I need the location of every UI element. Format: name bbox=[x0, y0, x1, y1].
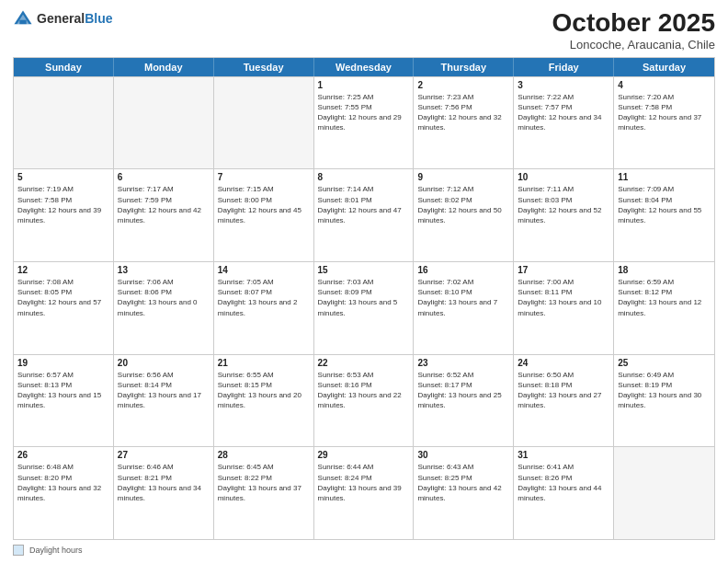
table-row: 5Sunrise: 7:19 AMSunset: 7:58 PMDaylight… bbox=[14, 169, 114, 261]
day-number: 6 bbox=[118, 172, 210, 182]
calendar-row-4: 19Sunrise: 6:57 AMSunset: 8:13 PMDayligh… bbox=[14, 354, 714, 447]
table-row: 21Sunrise: 6:55 AMSunset: 8:15 PMDayligh… bbox=[214, 355, 314, 447]
table-row: 23Sunrise: 6:52 AMSunset: 8:17 PMDayligh… bbox=[414, 355, 514, 447]
svg-rect-2 bbox=[19, 20, 26, 24]
day-number: 29 bbox=[318, 450, 410, 460]
day-info: Sunrise: 7:06 AMSunset: 8:06 PMDaylight:… bbox=[118, 277, 210, 318]
table-row: 19Sunrise: 6:57 AMSunset: 8:13 PMDayligh… bbox=[14, 355, 114, 447]
day-number: 7 bbox=[218, 172, 310, 182]
header-cell-friday: Friday bbox=[514, 58, 614, 76]
header-cell-tuesday: Tuesday bbox=[214, 58, 314, 76]
day-info: Sunrise: 7:00 AMSunset: 8:11 PMDaylight:… bbox=[518, 277, 609, 318]
calendar-header: SundayMondayTuesdayWednesdayThursdayFrid… bbox=[14, 58, 714, 76]
day-info: Sunrise: 7:02 AMSunset: 8:10 PMDaylight:… bbox=[417, 277, 509, 318]
table-row bbox=[114, 77, 214, 169]
day-number: 2 bbox=[417, 80, 509, 90]
logo-text: GeneralBlue bbox=[37, 12, 112, 26]
table-row: 3Sunrise: 7:22 AMSunset: 7:57 PMDaylight… bbox=[514, 77, 614, 169]
header-cell-saturday: Saturday bbox=[614, 58, 714, 76]
day-info: Sunrise: 6:45 AMSunset: 8:22 PMDaylight:… bbox=[218, 462, 310, 503]
table-row: 27Sunrise: 6:46 AMSunset: 8:21 PMDayligh… bbox=[114, 447, 214, 539]
table-row: 11Sunrise: 7:09 AMSunset: 8:04 PMDayligh… bbox=[614, 169, 714, 261]
day-info: Sunrise: 7:20 AMSunset: 7:58 PMDaylight:… bbox=[618, 92, 711, 133]
day-info: Sunrise: 7:03 AMSunset: 8:09 PMDaylight:… bbox=[318, 277, 410, 318]
day-number: 14 bbox=[218, 265, 310, 275]
day-info: Sunrise: 6:50 AMSunset: 8:18 PMDaylight:… bbox=[518, 370, 609, 411]
table-row: 6Sunrise: 7:17 AMSunset: 7:59 PMDaylight… bbox=[114, 169, 214, 261]
header-cell-monday: Monday bbox=[114, 58, 214, 76]
day-number: 26 bbox=[17, 450, 109, 460]
day-info: Sunrise: 6:55 AMSunset: 8:15 PMDaylight:… bbox=[218, 370, 310, 411]
table-row: 2Sunrise: 7:23 AMSunset: 7:56 PMDaylight… bbox=[414, 77, 514, 169]
day-number: 19 bbox=[17, 358, 109, 368]
day-info: Sunrise: 6:52 AMSunset: 8:17 PMDaylight:… bbox=[417, 370, 509, 411]
day-info: Sunrise: 6:59 AMSunset: 8:12 PMDaylight:… bbox=[618, 277, 711, 318]
day-number: 23 bbox=[417, 358, 509, 368]
day-number: 11 bbox=[618, 172, 711, 182]
calendar-row-5: 26Sunrise: 6:48 AMSunset: 8:20 PMDayligh… bbox=[14, 446, 714, 539]
day-number: 25 bbox=[618, 358, 711, 368]
table-row: 1Sunrise: 7:25 AMSunset: 7:55 PMDaylight… bbox=[314, 77, 415, 169]
calendar-body: 1Sunrise: 7:25 AMSunset: 7:55 PMDaylight… bbox=[14, 76, 714, 539]
day-info: Sunrise: 7:05 AMSunset: 8:07 PMDaylight:… bbox=[218, 277, 310, 318]
header: GeneralBlue October 2025 Loncoche, Arauc… bbox=[13, 9, 715, 52]
footer-box bbox=[13, 545, 24, 556]
day-number: 3 bbox=[518, 80, 609, 90]
day-info: Sunrise: 7:08 AMSunset: 8:05 PMDaylight:… bbox=[17, 277, 109, 318]
table-row: 29Sunrise: 6:44 AMSunset: 8:24 PMDayligh… bbox=[314, 447, 415, 539]
calendar-row-2: 5Sunrise: 7:19 AMSunset: 7:58 PMDaylight… bbox=[14, 168, 714, 261]
day-number: 17 bbox=[518, 265, 609, 275]
table-row: 17Sunrise: 7:00 AMSunset: 8:11 PMDayligh… bbox=[514, 262, 614, 354]
header-cell-sunday: Sunday bbox=[14, 58, 114, 76]
table-row: 30Sunrise: 6:43 AMSunset: 8:25 PMDayligh… bbox=[414, 447, 514, 539]
table-row: 28Sunrise: 6:45 AMSunset: 8:22 PMDayligh… bbox=[214, 447, 314, 539]
table-row: 8Sunrise: 7:14 AMSunset: 8:01 PMDaylight… bbox=[314, 169, 415, 261]
day-number: 1 bbox=[318, 80, 410, 90]
day-info: Sunrise: 7:23 AMSunset: 7:56 PMDaylight:… bbox=[417, 92, 509, 133]
table-row: 10Sunrise: 7:11 AMSunset: 8:03 PMDayligh… bbox=[514, 169, 614, 261]
day-info: Sunrise: 6:44 AMSunset: 8:24 PMDaylight:… bbox=[318, 462, 410, 503]
table-row: 15Sunrise: 7:03 AMSunset: 8:09 PMDayligh… bbox=[314, 262, 415, 354]
day-info: Sunrise: 7:22 AMSunset: 7:57 PMDaylight:… bbox=[518, 92, 609, 133]
day-info: Sunrise: 6:43 AMSunset: 8:25 PMDaylight:… bbox=[417, 462, 509, 503]
footer-label: Daylight hours bbox=[29, 546, 83, 555]
table-row bbox=[214, 77, 314, 169]
logo-icon bbox=[13, 9, 33, 29]
day-number: 16 bbox=[417, 265, 509, 275]
table-row: 31Sunrise: 6:41 AMSunset: 8:26 PMDayligh… bbox=[514, 447, 614, 539]
day-number: 8 bbox=[318, 172, 410, 182]
table-row: 24Sunrise: 6:50 AMSunset: 8:18 PMDayligh… bbox=[514, 355, 614, 447]
header-cell-thursday: Thursday bbox=[414, 58, 514, 76]
calendar-row-1: 1Sunrise: 7:25 AMSunset: 7:55 PMDaylight… bbox=[14, 76, 714, 169]
day-number: 21 bbox=[218, 358, 310, 368]
table-row: 14Sunrise: 7:05 AMSunset: 8:07 PMDayligh… bbox=[214, 262, 314, 354]
table-row: 26Sunrise: 6:48 AMSunset: 8:20 PMDayligh… bbox=[14, 447, 114, 539]
day-number: 4 bbox=[618, 80, 711, 90]
day-number: 24 bbox=[518, 358, 609, 368]
day-info: Sunrise: 7:25 AMSunset: 7:55 PMDaylight:… bbox=[318, 92, 410, 133]
table-row: 7Sunrise: 7:15 AMSunset: 8:00 PMDaylight… bbox=[214, 169, 314, 261]
day-number: 12 bbox=[17, 265, 109, 275]
header-cell-wednesday: Wednesday bbox=[314, 58, 415, 76]
day-number: 31 bbox=[518, 450, 609, 460]
day-info: Sunrise: 7:15 AMSunset: 8:00 PMDaylight:… bbox=[218, 184, 310, 225]
table-row bbox=[614, 447, 714, 539]
table-row bbox=[14, 77, 114, 169]
day-number: 13 bbox=[118, 265, 210, 275]
day-number: 22 bbox=[318, 358, 410, 368]
table-row: 9Sunrise: 7:12 AMSunset: 8:02 PMDaylight… bbox=[414, 169, 514, 261]
day-number: 30 bbox=[417, 450, 509, 460]
day-info: Sunrise: 6:53 AMSunset: 8:16 PMDaylight:… bbox=[318, 370, 410, 411]
table-row: 22Sunrise: 6:53 AMSunset: 8:16 PMDayligh… bbox=[314, 355, 415, 447]
logo-general: General bbox=[37, 11, 85, 26]
day-info: Sunrise: 6:56 AMSunset: 8:14 PMDaylight:… bbox=[118, 370, 210, 411]
day-info: Sunrise: 6:48 AMSunset: 8:20 PMDaylight:… bbox=[17, 462, 109, 503]
day-info: Sunrise: 7:14 AMSunset: 8:01 PMDaylight:… bbox=[318, 184, 410, 225]
logo: GeneralBlue bbox=[13, 9, 112, 29]
day-number: 28 bbox=[218, 450, 310, 460]
day-number: 15 bbox=[318, 265, 410, 275]
calendar: SundayMondayTuesdayWednesdayThursdayFrid… bbox=[13, 57, 715, 540]
day-number: 20 bbox=[118, 358, 210, 368]
table-row: 18Sunrise: 6:59 AMSunset: 8:12 PMDayligh… bbox=[614, 262, 714, 354]
logo-blue: Blue bbox=[85, 11, 112, 26]
